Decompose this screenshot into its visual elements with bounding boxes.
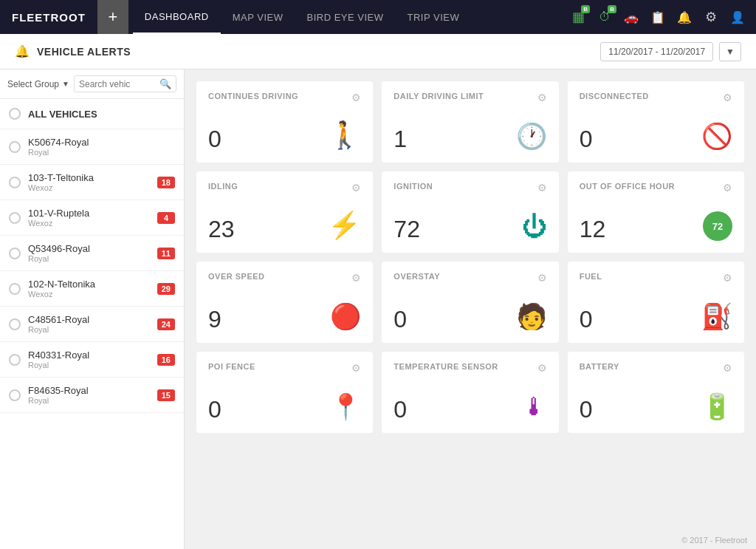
list-item[interactable]: 102-N-Teltonika Wexoz 29 xyxy=(0,271,184,307)
radio-all[interactable] xyxy=(9,108,21,120)
main-layout: Select Group ▼ 🔍 ALL VEHICLES K50674-Roy… xyxy=(0,69,756,549)
card-body: 0 ⛽ xyxy=(580,290,732,331)
card-value-over-speed: 9 xyxy=(208,307,221,331)
card-icon-overstay: 🧑 xyxy=(516,301,547,331)
card-title-idling: IDLING xyxy=(208,182,238,191)
gear-icon-disconnected[interactable]: ⚙ xyxy=(723,92,732,103)
card-body: 0 🔋 xyxy=(580,380,732,421)
card-value-disconnected: 0 xyxy=(580,127,593,151)
vehicle-sub: Royal xyxy=(28,254,150,263)
nav-icon-grid[interactable]: ▦B xyxy=(566,4,591,30)
all-vehicles-item[interactable]: ALL VEHICLES xyxy=(0,99,184,129)
radio-vehicle[interactable] xyxy=(9,389,21,401)
radio-vehicle[interactable] xyxy=(9,212,21,224)
nav-icon-car[interactable]: 🚗 xyxy=(619,4,644,30)
card-header: IGNITION ⚙ xyxy=(394,182,546,194)
all-vehicles-label: ALL VEHICLES xyxy=(28,109,97,120)
gear-icon-temperature-sensor[interactable]: ⚙ xyxy=(537,362,547,374)
vehicle-badge: 11 xyxy=(157,248,175,259)
subheader-left: 🔔 VEHICLE ALERTS xyxy=(15,44,131,58)
add-button[interactable]: + xyxy=(97,0,128,34)
gear-icon-ignition[interactable]: ⚙ xyxy=(537,182,547,194)
nav-dashboard[interactable]: DASHBOARD xyxy=(133,0,221,34)
gear-icon-fuel[interactable]: ⚙ xyxy=(723,272,732,284)
gear-icon-overstay[interactable]: ⚙ xyxy=(537,272,547,284)
card-overstay: OVERSTAY ⚙ 0 🧑 xyxy=(382,262,558,343)
radio-vehicle[interactable] xyxy=(9,354,21,366)
list-item[interactable]: R40331-Royal Royal 16 xyxy=(0,342,184,378)
gear-icon-idling[interactable]: ⚙ xyxy=(351,182,361,194)
list-item[interactable]: K50674-Royal Royal xyxy=(0,129,184,165)
brand-logo: FLEETROOT xyxy=(0,11,97,24)
select-group-label: Select Group xyxy=(7,79,59,89)
radio-vehicle[interactable] xyxy=(9,318,21,330)
search-icon[interactable]: 🔍 xyxy=(159,78,171,89)
radio-vehicle[interactable] xyxy=(9,141,21,153)
subheader: 🔔 VEHICLE ALERTS 11/20/2017 - 11/20/2017… xyxy=(0,34,756,69)
card-fuel: FUEL ⚙ 0 ⛽ xyxy=(568,262,744,343)
card-temperature-sensor: TEMPERATURE SENSOR ⚙ 0 🌡 xyxy=(382,352,558,433)
card-title-ignition: IGNITION xyxy=(394,182,433,191)
vehicle-badge: 15 xyxy=(157,389,175,401)
card-value-overstay: 0 xyxy=(394,307,407,331)
card-disconnected: DISCONNECTED ⚙ 0 🚫 xyxy=(568,81,744,163)
select-group-dropdown[interactable]: Select Group ▼ xyxy=(7,79,69,89)
date-range-picker[interactable]: 11/20/2017 - 11/20/2017 xyxy=(600,42,713,61)
card-title-over-speed: OVER SPEED xyxy=(208,272,265,281)
card-header: OVERSTAY ⚙ xyxy=(394,272,546,284)
gear-icon-continues-driving[interactable]: ⚙ xyxy=(351,92,361,103)
sidebar: Select Group ▼ 🔍 ALL VEHICLES K50674-Roy… xyxy=(0,69,185,549)
card-header: OVER SPEED ⚙ xyxy=(208,272,361,284)
vehicle-name: F84635-Royal xyxy=(28,385,150,396)
cards-grid: CONTINUES DRIVING ⚙ 0 🚶 DAILY DRIVING LI… xyxy=(196,81,744,433)
vehicle-sub: Wexoz xyxy=(28,219,150,228)
radio-vehicle[interactable] xyxy=(9,283,21,295)
card-over-speed: OVER SPEED ⚙ 9 🔴 xyxy=(196,262,373,343)
nav-bird-eye-view[interactable]: BIRD EYE VIEW xyxy=(295,0,395,34)
vehicle-sub: Wexoz xyxy=(28,183,150,192)
card-header: OUT OF OFFICE HOUR ⚙ xyxy=(580,182,732,194)
card-header: CONTINUES DRIVING ⚙ xyxy=(208,92,361,103)
list-item[interactable]: F84635-Royal Royal 15 xyxy=(0,378,184,413)
radio-vehicle[interactable] xyxy=(9,248,21,259)
nav-icon-bell[interactable]: 🔔 xyxy=(672,4,697,30)
card-icon-disconnected: 🚫 xyxy=(701,121,732,151)
vehicle-name: K50674-Royal xyxy=(28,137,175,148)
card-body-continues-driving: 0 🚶 xyxy=(208,109,361,151)
nav-icon-clock[interactable]: ⏱B xyxy=(592,4,617,30)
vehicle-name: 103-T-Teltonika xyxy=(28,172,150,183)
card-body: 0 📍 xyxy=(208,380,361,421)
gear-icon-out-of-office-hour[interactable]: ⚙ xyxy=(723,182,732,194)
gear-icon-over-speed[interactable]: ⚙ xyxy=(351,272,361,284)
nav-map-view[interactable]: MAP VIEW xyxy=(221,0,295,34)
list-item[interactable]: Q53496-Royal Royal 11 xyxy=(0,236,184,271)
nav-icon-settings[interactable]: ⚙ xyxy=(698,4,724,30)
list-item[interactable]: 101-V-Ruptela Wexoz 4 xyxy=(0,200,184,236)
search-input[interactable] xyxy=(79,79,159,89)
gear-icon-daily-driving-limit[interactable]: ⚙ xyxy=(537,92,547,103)
card-body: 1 🕐 xyxy=(394,109,546,151)
card-value-battery: 0 xyxy=(580,398,593,421)
date-dropdown-arrow[interactable]: ▼ xyxy=(719,42,741,61)
bell-icon: 🔔 xyxy=(15,44,30,58)
vehicle-info: 101-V-Ruptela Wexoz xyxy=(28,208,150,228)
vehicle-info: F84635-Royal Royal xyxy=(28,385,150,405)
content-area: CONTINUES DRIVING ⚙ 0 🚶 DAILY DRIVING LI… xyxy=(185,69,756,549)
list-item[interactable]: C48561-Royal Royal 24 xyxy=(0,307,184,342)
vehicle-badge: 18 xyxy=(157,177,175,188)
card-icon-temperature-sensor: 🌡 xyxy=(522,392,547,421)
card-header: DISCONNECTED ⚙ xyxy=(580,92,732,103)
card-body: 0 🌡 xyxy=(394,380,546,421)
card-icon-idling: ⚡ xyxy=(328,210,361,241)
vehicle-name: Q53496-Royal xyxy=(28,243,150,254)
list-item[interactable]: 103-T-Teltonika Wexoz 18 xyxy=(0,165,184,200)
card-icon-daily-driving-limit: 🕐 xyxy=(516,121,547,151)
nav-icon-document[interactable]: 📋 xyxy=(645,4,670,30)
gear-icon-poi-fence[interactable]: ⚙ xyxy=(351,362,361,374)
card-title-disconnected: DISCONNECTED xyxy=(580,92,649,100)
nav-trip-view[interactable]: TRIP VIEW xyxy=(396,0,472,34)
card-title-continues-driving: CONTINUES DRIVING xyxy=(208,92,298,100)
gear-icon-battery[interactable]: ⚙ xyxy=(723,362,732,374)
nav-icon-user[interactable]: 👤 xyxy=(725,4,750,30)
radio-vehicle[interactable] xyxy=(9,177,21,188)
